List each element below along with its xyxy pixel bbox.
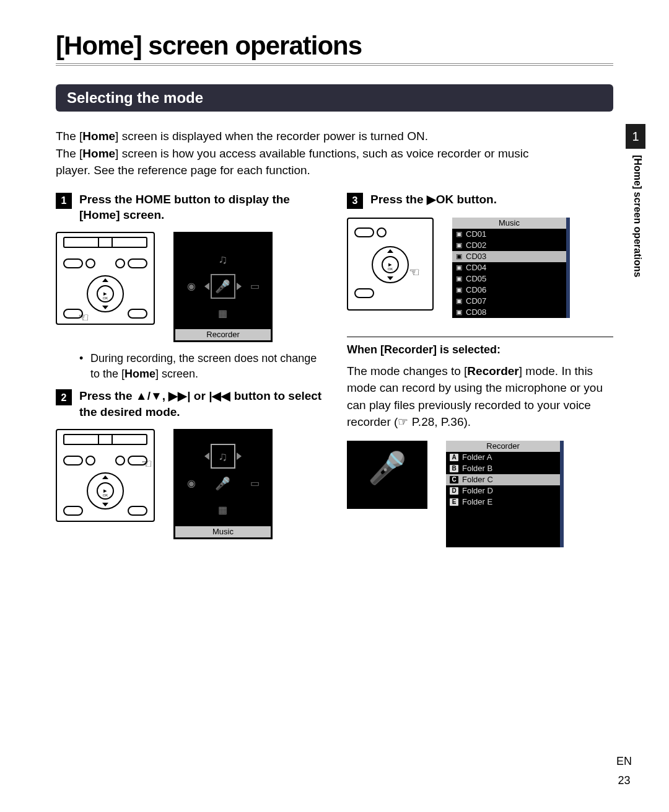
list-item: EFolder E <box>446 496 560 508</box>
device-diagram: OK ☜ <box>56 232 155 325</box>
podcast-icon: ◉ <box>187 477 196 489</box>
list-item: ▣CD01 <box>452 229 566 240</box>
calendar-icon: ▦ <box>218 505 227 515</box>
lcd-music-list: Music ▣CD01▣CD02▣CD03▣CD04▣CD05▣CD06▣CD0… <box>452 218 570 318</box>
page-title: [Home] screen operations <box>56 31 613 66</box>
folder-badge-icon: A <box>450 454 458 461</box>
list-item: BFolder B <box>446 463 560 474</box>
page-number: 23 <box>616 774 632 787</box>
step-1-heading: 1 Press the HOME button to display the [… <box>56 192 322 223</box>
device-diagram: OK ☜ <box>347 218 434 311</box>
folder-icon: ▭ <box>250 477 260 489</box>
list-item: ▣CD06 <box>452 285 566 296</box>
folder-icon: ▣ <box>456 297 462 305</box>
podcast-icon: ◉ <box>187 280 196 292</box>
list-item: CFolder C <box>446 474 560 485</box>
pointing-hand-icon: ☜ <box>78 311 94 327</box>
right-column: 3 Press the ▶OK button. OK ☜ Music ▣CD01… <box>347 192 613 556</box>
lcd-home-music: ♫ ◉ 🎤 ▭ ▦ Music <box>173 429 273 539</box>
folder-badge-icon: C <box>450 476 458 483</box>
folder-icon: ▣ <box>456 263 462 271</box>
calendar-icon: ▦ <box>218 308 227 319</box>
microphone-icon: 🎤 <box>211 274 235 299</box>
intro-text: The [Home] screen is displayed when the … <box>56 128 564 179</box>
list-item: ▣CD04 <box>452 262 566 273</box>
pointing-hand-icon: ☜ <box>409 266 425 282</box>
list-item: ▣CD05 <box>452 273 566 285</box>
pointing-hand-icon: ☜ <box>141 457 157 474</box>
microphone-icon: 🎤 <box>215 476 230 491</box>
page-footer: EN 23 <box>616 755 632 787</box>
step-3-heading: 3 Press the ▶OK button. <box>347 192 613 209</box>
folder-badge-icon: E <box>450 498 458 506</box>
folder-badge-icon: D <box>450 487 458 495</box>
folder-icon: ▭ <box>250 280 260 292</box>
lcd-mic-large: 🎤 <box>347 441 427 509</box>
microphone-icon: 🎤 <box>368 450 406 486</box>
lcd-home-recorder: ♫ ◉ 🎤 ▭ ▦ Recorder <box>173 232 273 342</box>
list-item: AFolder A <box>446 452 560 463</box>
folder-icon: ▣ <box>456 230 462 238</box>
folder-icon: ▣ <box>456 308 462 316</box>
music-note-icon: ♫ <box>211 444 235 469</box>
lcd-folder-list: Recorder AFolder ABFolder BCFolder CDFol… <box>446 441 564 547</box>
music-note-icon: ♫ <box>218 252 227 267</box>
chapter-tab: 1 <box>626 124 645 149</box>
when-recorder-text: The mode changes to [Recorder] mode. In … <box>347 363 613 431</box>
step-2-heading: 2 Press the ▲/▼, ▶▶| or |◀◀ button to se… <box>56 388 322 420</box>
list-item: ▣CD02 <box>452 240 566 251</box>
step-number-icon: 3 <box>347 193 363 209</box>
list-item: DFolder D <box>446 485 560 496</box>
folder-icon: ▣ <box>456 286 462 294</box>
list-item: ▣CD08 <box>452 307 566 318</box>
language-label: EN <box>616 755 632 768</box>
list-item: ▣CD07 <box>452 296 566 307</box>
folder-icon: ▣ <box>456 252 462 260</box>
device-diagram: OK ☜ <box>56 429 155 522</box>
step-number-icon: 1 <box>56 193 72 209</box>
left-column: 1 Press the HOME button to display the [… <box>56 192 322 556</box>
section-header: Selecting the mode <box>56 84 613 112</box>
folder-icon: ▣ <box>456 275 462 283</box>
folder-badge-icon: B <box>450 465 458 472</box>
step-1-note: During recording, the screen does not ch… <box>77 351 322 382</box>
list-item: ▣CD03 <box>452 251 566 262</box>
when-recorder-heading: When [Recorder] is selected: <box>347 337 613 356</box>
step-number-icon: 2 <box>56 389 72 405</box>
chapter-side-label: [Home] screen operations <box>632 155 643 277</box>
folder-icon: ▣ <box>456 241 462 249</box>
